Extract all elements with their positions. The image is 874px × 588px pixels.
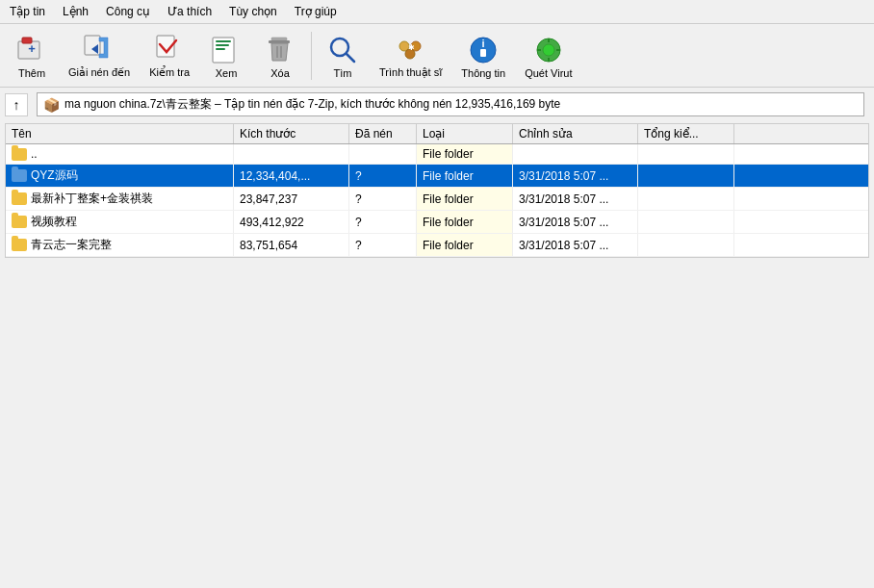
archive-icon: 📦	[43, 97, 60, 113]
folder-icon	[12, 239, 27, 251]
file-size: 12,334,404,...	[234, 165, 349, 187]
menu-lenh[interactable]: Lệnh	[58, 3, 93, 20]
file-compressed	[349, 144, 417, 164]
file-name: 视频教程	[6, 211, 234, 233]
menu-tuychon[interactable]: Tùy chọn	[224, 3, 282, 20]
virus-button[interactable]: Quét Virut	[516, 29, 580, 83]
col-size[interactable]: Kích thước	[234, 124, 349, 143]
folder-icon	[12, 148, 27, 161]
file-total	[638, 188, 734, 210]
file-type: File folder	[417, 211, 513, 233]
add-button[interactable]: + Thêm	[6, 29, 58, 83]
address-bar[interactable]: 📦 ma nguon china.7z\青云整案 – Tập tin nén đ…	[37, 92, 864, 116]
test-icon	[152, 32, 187, 66]
delete-button[interactable]: Xóa	[254, 29, 306, 83]
file-total	[638, 144, 734, 164]
svg-line-16	[347, 54, 354, 62]
svg-text:✱: ✱	[407, 43, 414, 52]
file-name: 最新补丁整案+金装祺装	[6, 188, 234, 210]
extract-label: Giải nén đến	[68, 66, 130, 79]
file-modified: 3/31/2018 5:07 ...	[513, 234, 638, 256]
file-compressed: ?	[349, 234, 417, 256]
col-name[interactable]: Tên	[6, 124, 234, 143]
nav-up-button[interactable]: ↑	[5, 93, 28, 116]
svg-rect-10	[216, 48, 225, 50]
menu-taptin[interactable]: Tập tin	[5, 3, 50, 20]
col-total[interactable]: Tổng kiể...	[638, 124, 734, 143]
info-button[interactable]: i Thông tin	[452, 29, 514, 83]
svg-text:i: i	[482, 38, 485, 49]
delete-label: Xóa	[270, 67, 290, 79]
file-compressed: ?	[349, 188, 417, 210]
view-icon	[209, 33, 244, 67]
separator-1	[311, 32, 312, 80]
info-icon: i	[466, 33, 501, 67]
menu-bar: Tập tin Lệnh Công cụ Ưa thích Tùy chọn T…	[0, 0, 874, 24]
table-row[interactable]: 视频教程 493,412,922 ? File folder 3/31/2018…	[6, 211, 868, 234]
menu-trogiup[interactable]: Trợ giúp	[290, 3, 342, 20]
view-button[interactable]: Xem	[200, 29, 252, 83]
file-size	[234, 144, 349, 164]
add-label: Thêm	[18, 67, 45, 79]
file-modified: 3/31/2018 5:07 ...	[513, 211, 638, 233]
file-type: File folder	[417, 188, 513, 210]
wizard-label: Trình thuật sĩ	[379, 66, 442, 79]
add-icon: +	[14, 33, 49, 67]
virus-icon	[531, 33, 566, 67]
folder-icon	[12, 192, 27, 205]
file-total	[638, 165, 734, 187]
col-type[interactable]: Loại	[417, 124, 513, 143]
view-label: Xem	[216, 67, 238, 79]
address-text: ma nguon china.7z\青云整案 – Tập tin nén đặc…	[64, 96, 560, 113]
file-type: File folder	[417, 234, 513, 256]
wizard-button[interactable]: ✱ Trình thuật sĩ	[371, 28, 450, 83]
table-row[interactable]: 青云志一案完整 83,751,654 ? File folder 3/31/20…	[6, 234, 868, 257]
extract-icon	[82, 32, 116, 66]
file-compressed: ?	[349, 211, 417, 233]
col-modified[interactable]: Chỉnh sửa	[513, 124, 638, 143]
test-label: Kiểm tra	[149, 66, 190, 79]
file-name: QYZ源码	[6, 165, 234, 187]
menu-uathich[interactable]: Ưa thích	[163, 3, 217, 20]
svg-text:+: +	[28, 41, 36, 56]
file-modified	[513, 144, 638, 164]
find-label: Tìm	[334, 67, 352, 79]
delete-icon	[263, 33, 297, 67]
file-list-container: Tên Kích thước Đã nén Loại Chỉnh sửa Tổn…	[5, 123, 869, 258]
extract-button[interactable]: Giải nén đến	[60, 28, 139, 83]
table-row[interactable]: 最新补丁整案+金装祺装 23,847,237 ? File folder 3/3…	[6, 188, 868, 211]
file-total	[638, 234, 734, 256]
file-size: 83,751,654	[234, 234, 349, 256]
file-total	[638, 211, 734, 233]
menu-congtcu[interactable]: Công cụ	[101, 3, 155, 20]
table-row[interactable]: QYZ源码 12,334,404,... ? File folder 3/31/…	[6, 165, 868, 188]
file-modified: 3/31/2018 5:07 ...	[513, 165, 638, 187]
virus-label: Quét Virut	[525, 67, 572, 79]
file-type: File folder	[417, 165, 513, 187]
svg-rect-11	[271, 38, 287, 40]
file-compressed: ?	[349, 165, 417, 187]
column-headers: Tên Kích thước Đã nén Loại Chỉnh sửa Tổn…	[6, 124, 868, 144]
file-name: 青云志一案完整	[6, 234, 234, 256]
svg-rect-9	[216, 44, 229, 46]
find-button[interactable]: Tìm	[317, 29, 369, 83]
col-compressed[interactable]: Đã nén	[349, 124, 417, 143]
file-size: 493,412,922	[234, 211, 349, 233]
svg-point-25	[543, 44, 554, 56]
file-type: File folder	[417, 144, 513, 164]
file-name: ..	[6, 144, 234, 164]
svg-rect-23	[480, 49, 486, 57]
toolbar: + Thêm Giải nén đến Kiểm tra	[0, 24, 874, 88]
file-modified: 3/31/2018 5:07 ...	[513, 188, 638, 210]
file-size: 23,847,237	[234, 188, 349, 210]
find-icon	[325, 33, 360, 67]
svg-rect-8	[216, 40, 231, 42]
wizard-icon: ✱	[394, 32, 428, 66]
test-button[interactable]: Kiểm tra	[141, 28, 198, 83]
folder-icon	[12, 216, 27, 228]
folder-icon	[12, 169, 27, 182]
nav-bar: ↑ 📦 ma nguon china.7z\青云整案 – Tập tin nén…	[0, 88, 874, 121]
table-row[interactable]: .. File folder	[6, 144, 868, 165]
info-label: Thông tin	[461, 67, 505, 79]
